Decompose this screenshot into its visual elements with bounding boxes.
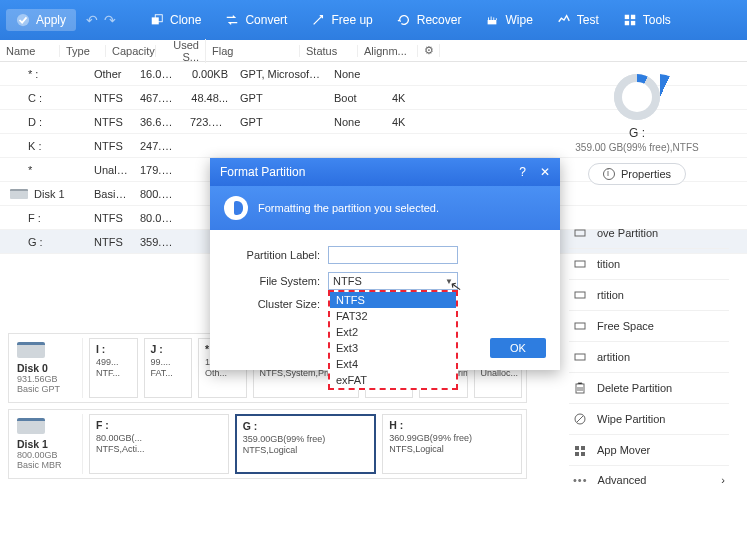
partition-block[interactable]: I :499...NTF... <box>89 338 138 398</box>
help-icon[interactable]: ? <box>519 165 526 179</box>
svg-rect-12 <box>575 354 585 360</box>
menu-item-adv[interactable]: •••Advanced› <box>569 465 729 494</box>
svg-rect-7 <box>631 21 635 25</box>
menu-item-resize[interactable]: tition <box>569 248 729 279</box>
disk-icon <box>17 418 45 434</box>
dialog-titlebar: Format Partition ? ✕ <box>210 158 560 186</box>
format-icon <box>224 196 248 220</box>
menu-item-create[interactable]: artition <box>569 341 729 372</box>
wipe-button[interactable]: Wipe <box>475 9 542 31</box>
fs-option[interactable]: Ext4 <box>330 356 456 372</box>
convert-icon <box>225 13 239 27</box>
tools-icon <box>623 13 637 27</box>
cursor-icon: ↖ <box>449 277 464 295</box>
freeup-button[interactable]: Free up <box>301 9 382 31</box>
partition-label-label: Partition Label: <box>228 249 328 261</box>
columns-gear-icon[interactable]: ⚙ <box>418 44 440 57</box>
banner-text: Formatting the partition you selected. <box>258 202 439 214</box>
col-name[interactable]: Name <box>0 45 60 57</box>
info-subtitle: 359.00 GB(99% free),NTFS <box>537 142 737 153</box>
ok-button[interactable]: OK <box>490 338 546 358</box>
col-capacity[interactable]: Capacity <box>106 45 156 57</box>
partition-table-header: Name Type Capacity Used S... Flag Status… <box>0 40 747 62</box>
free-icon <box>573 319 587 333</box>
svg-rect-18 <box>581 452 585 456</box>
info-icon <box>603 168 615 180</box>
resize-icon <box>573 257 587 271</box>
partition-block[interactable]: G :359.00GB(99% free)NTFS,Logical <box>235 414 377 474</box>
menu-item-free[interactable]: Free Space <box>569 310 729 341</box>
convert-button[interactable]: Convert <box>215 9 297 31</box>
test-icon <box>557 13 571 27</box>
tools-button[interactable]: Tools <box>613 9 681 31</box>
info-title: G : <box>537 126 737 140</box>
dots-icon: ••• <box>573 474 588 486</box>
close-icon[interactable]: ✕ <box>540 165 550 179</box>
dialog-banner: Formatting the partition you selected. <box>210 186 560 230</box>
move-icon <box>573 226 587 240</box>
merge-icon <box>573 288 587 302</box>
cluster-size-label: Cluster Size: <box>228 298 328 310</box>
delete-icon <box>573 381 587 395</box>
svg-rect-17 <box>575 452 579 456</box>
svg-rect-11 <box>575 323 585 329</box>
svg-rect-5 <box>631 15 635 19</box>
chevron-right-icon: › <box>721 474 725 486</box>
info-pane: G : 359.00 GB(99% free),NTFS Properties <box>537 60 737 185</box>
svg-rect-4 <box>625 15 629 19</box>
menu-item-delete[interactable]: Delete Partition <box>569 372 729 403</box>
col-type[interactable]: Type <box>60 45 106 57</box>
redo-icon[interactable]: ↷ <box>104 12 116 28</box>
file-system-select[interactable]: NTFS ▼ <box>328 272 458 290</box>
clone-icon <box>150 13 164 27</box>
recover-icon <box>397 13 411 27</box>
pie-chart-icon <box>614 74 660 120</box>
partition-block[interactable]: H :360.99GB(99% free)NTFS,Logical <box>382 414 522 474</box>
test-button[interactable]: Test <box>547 9 609 31</box>
create-icon <box>573 350 587 364</box>
col-flag[interactable]: Flag <box>206 45 300 57</box>
fs-option[interactable]: FAT32 <box>330 308 456 324</box>
disk1-row: Disk 1800.00GBBasic MBRF :80.00GB(...NTF… <box>8 409 527 479</box>
disk-icon <box>10 189 28 199</box>
fs-option[interactable]: Ext2 <box>330 324 456 340</box>
disk-header[interactable]: Disk 0931.56GBBasic GPT <box>13 338 83 398</box>
disk-icon <box>17 342 45 358</box>
svg-rect-15 <box>575 446 579 450</box>
svg-rect-8 <box>575 230 585 236</box>
context-menu: ove PartitiontitionrtitionFree Spacearti… <box>569 218 729 494</box>
col-used[interactable]: Used S... <box>156 39 206 63</box>
file-system-dropdown: NTFSFAT32Ext2Ext3Ext4exFAT <box>328 290 458 390</box>
fs-option[interactable]: Ext3 <box>330 340 456 356</box>
partition-block[interactable]: F :80.00GB(...NTFS,Acti... <box>89 414 229 474</box>
menu-item-merge[interactable]: rtition <box>569 279 729 310</box>
svg-rect-10 <box>575 292 585 298</box>
check-icon <box>16 13 30 27</box>
col-align[interactable]: Alignm... <box>358 45 418 57</box>
format-partition-dialog: Format Partition ? ✕ Formatting the part… <box>210 158 560 370</box>
fs-option[interactable]: NTFS <box>330 292 456 308</box>
recover-button[interactable]: Recover <box>387 9 472 31</box>
clone-button[interactable]: Clone <box>140 9 211 31</box>
svg-point-0 <box>17 14 29 26</box>
wipe-icon <box>573 412 587 426</box>
freeup-icon <box>311 13 325 27</box>
fs-option[interactable]: exFAT <box>330 372 456 388</box>
wipe-icon <box>485 13 499 27</box>
menu-item-wipe[interactable]: Wipe Partition <box>569 403 729 434</box>
svg-rect-9 <box>575 261 585 267</box>
col-status[interactable]: Status <box>300 45 358 57</box>
dialog-title: Format Partition <box>220 165 305 179</box>
undo-icon[interactable]: ↶ <box>86 12 98 28</box>
partition-block[interactable]: J :99....FAT... <box>144 338 193 398</box>
menu-item-app[interactable]: App Mover <box>569 434 729 465</box>
main-toolbar: Apply ↶ ↷ Clone Convert Free up Recover … <box>0 0 747 40</box>
apply-button[interactable]: Apply <box>6 9 76 31</box>
disk-header[interactable]: Disk 1800.00GBBasic MBR <box>13 414 83 474</box>
partition-label-input[interactable] <box>328 246 458 264</box>
svg-rect-6 <box>625 21 629 25</box>
menu-item-move[interactable]: ove Partition <box>569 218 729 248</box>
properties-button[interactable]: Properties <box>588 163 686 185</box>
svg-rect-16 <box>581 446 585 450</box>
file-system-label: File System: <box>228 275 328 287</box>
